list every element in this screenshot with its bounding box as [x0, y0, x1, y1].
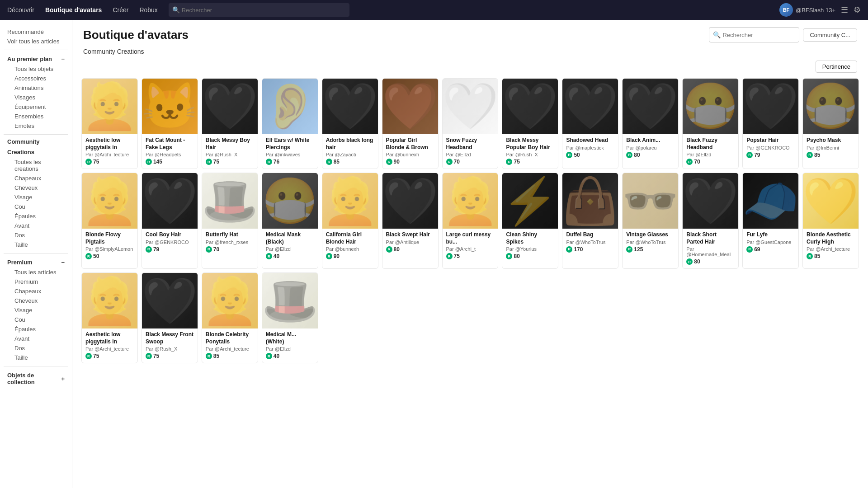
item-name-0: Aesthetic low piggytails in: [85, 137, 134, 151]
sidebar-fp-5[interactable]: Ensembles: [11, 112, 68, 121]
item-card-11[interactable]: 🖤 Popstar Hair Par @GENKROCO R 79: [742, 78, 799, 169]
sidebar-premium[interactable]: Premium −: [4, 257, 68, 267]
item-name-17: California Girl Blonde Hair: [326, 231, 374, 245]
sidebar-fp-4[interactable]: Équipement: [11, 102, 68, 112]
sidebar-fp-3[interactable]: Visages: [11, 93, 68, 102]
robux-icon-27: R: [146, 353, 152, 359]
sidebar-cr-5[interactable]: Épaules: [11, 211, 68, 221]
sidebar-cr-1[interactable]: Chapeaux: [11, 174, 68, 183]
item-image-11: 🖤: [743, 79, 798, 134]
user-badge[interactable]: BF @BFSlash 13+: [779, 3, 835, 17]
robux-icon-14: R: [146, 246, 152, 253]
sidebar-pr-6[interactable]: Épaules: [11, 324, 68, 334]
sidebar-cr-8[interactable]: Taille: [11, 240, 68, 249]
item-card-14[interactable]: 🖤 Cool Boy Hair Par @GENKROCO R 79: [142, 173, 198, 269]
sidebar-au-premier-plan[interactable]: Au premier plan −: [4, 54, 68, 64]
item-card-25[interactable]: 💛 Blonde Aesthetic Curly High Par @Archi…: [802, 173, 859, 269]
sidebar-pr-2[interactable]: Chapeaux: [11, 286, 68, 296]
header-search-box[interactable]: 🔍: [709, 27, 799, 42]
item-info-27: Black Messy Front Swoop Par @Rush_X R 75: [142, 328, 198, 363]
item-card-6[interactable]: 🤍 Snow Fuzzy Headband Par @Ellzd R 70: [442, 78, 499, 169]
sidebar-pr-3[interactable]: Cheveux: [11, 296, 68, 305]
item-card-2[interactable]: 🖤 Black Messy Boy Hair Par @Rush_X R 75: [202, 78, 258, 169]
item-card-18[interactable]: 🖤 Black Swept Hair Par @Antilique R 80: [382, 173, 439, 269]
item-card-16[interactable]: 😷 Medical Mask (Black) Par @Ellzd R 40: [262, 173, 318, 269]
sidebar-pr-9[interactable]: Taille: [11, 353, 68, 362]
community-button[interactable]: Community C...: [803, 28, 857, 42]
sidebar-collectibles[interactable]: Objets de collection +: [4, 370, 68, 387]
content-area: Boutique d'avatars 🔍 Community C... Comm…: [72, 20, 868, 488]
sidebar-pr-4[interactable]: Visage: [11, 305, 68, 315]
sidebar-pr-7[interactable]: Avant: [11, 334, 68, 343]
sidebar-recommended[interactable]: Recommandé: [4, 27, 68, 37]
item-card-10[interactable]: 😷 Black Fuzzy Headband Par @Ellzd R 70: [682, 78, 739, 169]
user-avatar: BF: [779, 3, 793, 17]
sidebar-pr-0[interactable]: Tous les articles: [11, 267, 68, 277]
page-header: Boutique d'avatars 🔍 Community C...: [72, 20, 868, 46]
item-price-25: R 85: [807, 253, 855, 259]
item-card-0[interactable]: 👱 Aesthetic low piggytails in Par @Archi…: [81, 78, 138, 169]
item-name-25: Blonde Aesthetic Curly High: [807, 231, 855, 245]
nav-decouvrir[interactable]: Découvrir: [7, 6, 34, 14]
notifications-icon[interactable]: ☰: [841, 5, 848, 15]
item-card-8[interactable]: 🖤 Shadowed Head Par @maplestick R 50: [562, 78, 618, 169]
item-creator-13: Par @SimplyALemon: [85, 246, 134, 252]
item-card-28[interactable]: 👱 Blonde Celebrity Ponytails Par @Archi_…: [202, 272, 258, 363]
item-image-13: 👱: [82, 173, 137, 229]
settings-icon[interactable]: ⚙: [854, 5, 861, 15]
item-card-19[interactable]: 👱 Large curl messy bu... Par @Archi_t R …: [442, 173, 499, 269]
item-creator-28: Par @Archi_tecture: [206, 346, 254, 352]
sidebar-fp-items: Tous les objets Accessoires Animations V…: [4, 64, 68, 131]
nav-boutique[interactable]: Boutique d'avatars: [45, 6, 102, 14]
nav-robux[interactable]: Robux: [139, 6, 157, 14]
item-info-17: California Girl Blonde Hair Par @bunnexh…: [322, 229, 378, 263]
sidebar-cr-3[interactable]: Visage: [11, 192, 68, 202]
item-info-13: Blonde Flowy Pigtails Par @SimplyALemon …: [82, 229, 137, 263]
item-creator-20: Par @Yourius: [506, 246, 554, 252]
item-price-21: R 170: [566, 246, 614, 253]
item-card-23[interactable]: 🖤 Black Short Parted Hair Par @Homemade_…: [682, 173, 739, 269]
sidebar-fp-1[interactable]: Accessoires: [11, 74, 68, 83]
item-card-22[interactable]: 🕶️ Vintage Glasses Par @WhoToTrus R 125: [622, 173, 679, 269]
sidebar-pr-5[interactable]: Cou: [11, 315, 68, 324]
item-card-21[interactable]: 👜 Duffel Bag Par @WhoToTrus R 170: [562, 173, 618, 269]
top-search-box[interactable]: 🔍: [169, 3, 349, 17]
sidebar-pr-8[interactable]: Dos: [11, 343, 68, 353]
item-name-7: Black Messy Popular Boy Hair: [506, 137, 554, 151]
sidebar-fp-0[interactable]: Tous les objets: [11, 64, 68, 74]
item-card-24[interactable]: 🧢 Fur Lyfe Par @GuestCapone R 69: [742, 173, 799, 269]
item-price-8: R 50: [566, 152, 614, 158]
item-info-20: Clean Shiny Spikes Par @Yourius R 80: [502, 229, 558, 263]
item-price-0: R 75: [85, 159, 134, 165]
item-name-3: Elf Ears w/ White Piercings: [266, 137, 314, 151]
header-search-input[interactable]: [722, 32, 795, 38]
sidebar-cr-2[interactable]: Cheveux: [11, 183, 68, 192]
sidebar-pr-1[interactable]: Premium: [11, 277, 68, 286]
item-card-9[interactable]: 🖤 Black Anim... Par @polarcu R 80: [622, 78, 679, 169]
item-card-3[interactable]: 👂 Elf Ears w/ White Piercings Par @inkwa…: [262, 78, 318, 169]
filter-button[interactable]: Pertinence: [816, 61, 857, 73]
sidebar-see-all[interactable]: Voir tous les articles: [4, 37, 68, 46]
item-card-15[interactable]: 🎩 Butterfly Hat Par @french_rxses R 70: [202, 173, 258, 269]
sidebar-cr-6[interactable]: Avant: [11, 221, 68, 230]
item-card-26[interactable]: 👱 Aesthetic low piggytails in Par @Archi…: [81, 272, 138, 363]
sidebar-cr-0[interactable]: Toutes les créations: [11, 157, 68, 174]
item-card-7[interactable]: 🖤 Black Messy Popular Boy Hair Par @Rush…: [502, 78, 558, 169]
top-search-input[interactable]: [182, 7, 346, 14]
item-card-17[interactable]: 👱 California Girl Blonde Hair Par @bunne…: [322, 173, 378, 269]
item-card-5[interactable]: 🤎 Popular Girl Blonde & Brown Par @bunne…: [382, 78, 439, 169]
sidebar-fp-6[interactable]: Emotes: [11, 121, 68, 131]
robux-icon-4: R: [326, 159, 332, 165]
item-card-20[interactable]: ⚡ Clean Shiny Spikes Par @Yourius R 80: [502, 173, 558, 269]
item-card-12[interactable]: 😷 Psycho Mask Par @ImBenni R 85: [802, 78, 859, 169]
item-name-1: Fat Cat Mount - Fake Legs: [146, 137, 194, 151]
sidebar-fp-2[interactable]: Animations: [11, 83, 68, 93]
item-card-4[interactable]: 🖤 Adorbs black long hair Par @Zayacti R …: [322, 78, 378, 169]
item-card-13[interactable]: 👱 Blonde Flowy Pigtails Par @SimplyALemo…: [81, 173, 138, 269]
sidebar-cr-4[interactable]: Cou: [11, 202, 68, 211]
item-card-27[interactable]: 🖤 Black Messy Front Swoop Par @Rush_X R …: [142, 272, 198, 363]
sidebar-cr-7[interactable]: Dos: [11, 230, 68, 240]
item-card-29[interactable]: 🎩 Medical M... (White) Par @Ellzd R 40: [262, 272, 318, 363]
item-card-1[interactable]: 🐱 Fat Cat Mount - Fake Legs Par @Headpet…: [142, 78, 198, 169]
nav-creer[interactable]: Créer: [113, 6, 128, 14]
